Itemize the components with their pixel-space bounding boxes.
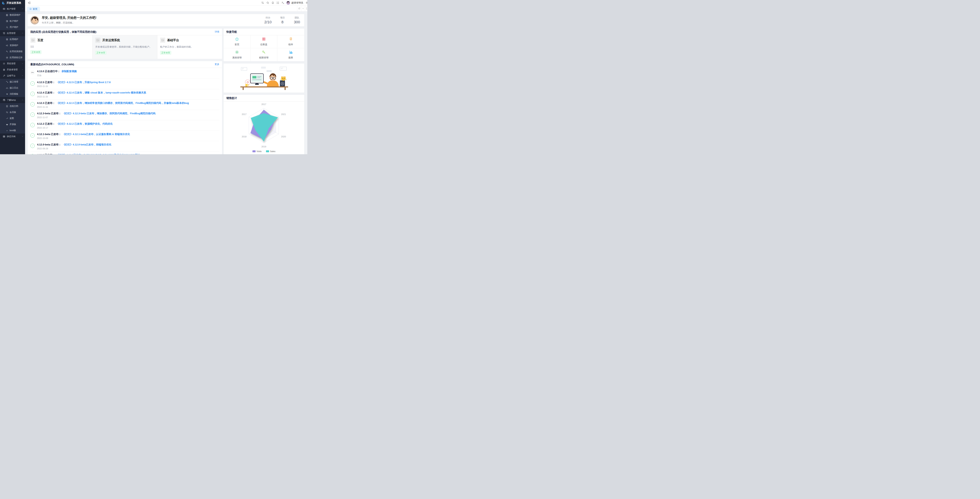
chart-bar-icon	[289, 50, 293, 55]
app-description: 111	[30, 45, 89, 48]
refresh-icon[interactable]	[297, 6, 301, 11]
news-more-link[interactable]: 更多	[215, 63, 220, 66]
app-image-placeholder-icon	[30, 38, 35, 43]
app-card-devops[interactable]: 开发运营系统开发者或运营者使用，系统级功能，不能分配给租户。正常使用	[92, 35, 158, 59]
news-item: 4.12.2 已发布：《灯灯》4.12.2 已发布，资源维护优化、代码优化202…	[30, 120, 220, 131]
news-link[interactable]: 《灯灯》4.12.4 已发布，调整 cloud 版本，lamp-oauth-us…	[56, 91, 146, 94]
sidebar-item-ops-platform[interactable]: 运维平台	[0, 73, 25, 79]
my-apps-detail-link[interactable]: 详情	[215, 30, 220, 33]
sidebar-item-online-docs[interactable]: 在线文档	[0, 103, 25, 109]
chevron-down-icon[interactable]	[301, 6, 305, 11]
quick-nav-components[interactable]: 组件	[277, 35, 304, 48]
sidebar-item-message-templates[interactable]: M消息模板	[0, 91, 25, 97]
news-date: 2022-10-17	[37, 127, 113, 129]
sidebar-item-about-lamp[interactable]: 了解lamp	[0, 97, 25, 103]
news-link[interactable]: 《灯灯》4.12.3-beta 已发布，增加缓存、按阿里代码规范、FindBug…	[62, 112, 156, 115]
sidebar-item-api-logs[interactable]: 接口日志	[0, 85, 25, 91]
chev-up-icon	[22, 99, 24, 101]
translate-icon[interactable]: 文A	[281, 1, 285, 5]
fullscreen-icon	[277, 2, 279, 4]
page-content: 早安, 超级管理员, 开始您一天的工作吧! 今天不上班，爽翻，巴适得板。 待办2…	[25, 11, 307, 154]
quick-nav-header: 快捷导航	[224, 29, 304, 35]
gitlab-icon	[6, 123, 8, 126]
user-avatar[interactable]	[286, 1, 290, 5]
sidebar-item-datasource-maintenance[interactable]: 数据源维护	[0, 12, 25, 18]
sidebar-item-api-management[interactable]: 接口管理	[0, 79, 25, 85]
chevron-up-icon	[22, 75, 24, 77]
news-link[interactable]: 《灯灯》4.12.2 已发布，资源维护优化、代码优化	[56, 122, 113, 125]
sidebar-item-opensource-edition[interactable]: 开源版	[0, 121, 25, 127]
sidebar-group-about-lamp: 了解lamp在线文档会员版蓝图开源版eboot版	[0, 97, 25, 133]
home-icon	[29, 8, 32, 10]
settings-icon[interactable]	[305, 1, 307, 5]
check-circle-icon	[30, 92, 35, 96]
sidebar-item-label: 系统管理	[7, 62, 16, 65]
chev-up-icon	[22, 8, 24, 10]
app-logo[interactable]: 开发运营系统	[0, 0, 25, 6]
news-date: 尽快	[37, 74, 77, 77]
sidebar-item-tenant-management[interactable]: 租户管理	[0, 6, 25, 12]
greeting-avatar-image	[30, 16, 39, 24]
app-card-base-platform[interactable]: 基础平台租户的工作台，最基础的功能。正常使用	[158, 35, 222, 59]
news-item: 4.11.0 已发布：《灯灯》4.11.0已发布，DATASOURCE_COLU…	[30, 151, 220, 154]
sidebar-item-tenant-maintenance[interactable]: 租户维护	[0, 18, 25, 24]
status-badge: 正常使用	[30, 50, 41, 54]
picture-icon	[161, 39, 164, 42]
sidebar-item-application-management[interactable]: 应用管理	[0, 30, 25, 36]
svg-text:M: M	[6, 93, 8, 95]
expand-icon[interactable]	[305, 6, 307, 11]
news-link[interactable]: 《灯灯》4.11.0已发布，DATASOURCE_COLUMN模式中的COLUM…	[56, 153, 140, 154]
sidebar-item-label: 开发者管理	[7, 68, 18, 71]
tab-home[interactable]: 首页	[27, 7, 40, 11]
sidebar-item-resource-maintenance[interactable]: 资源维护	[0, 42, 25, 48]
news-item: 0%4.13.0 正在进行中：录制配套视频尽快	[30, 68, 220, 79]
username-label[interactable]: 超级管理员	[291, 1, 303, 5]
sidebar-group-static-examples: 静态示例	[0, 133, 25, 140]
sidebar-item-user-maintenance[interactable]: 用户维护	[0, 24, 25, 30]
legend-item-sales[interactable]: Sales	[266, 150, 275, 153]
collapse-sidebar-icon[interactable]	[27, 1, 32, 5]
fullscreen-icon[interactable]	[275, 1, 280, 5]
chevron-up-icon	[22, 32, 24, 35]
greeting-text: 早安, 超级管理员, 开始您一天的工作吧! 今天不上班，爽翻，巴适得板。	[42, 16, 96, 24]
quick-nav-permission[interactable]: 权限管理	[250, 48, 277, 61]
bell-icon[interactable]	[270, 1, 275, 5]
sidebar-item-boot-edition[interactable]: eboot版	[0, 127, 25, 133]
chart-legend: VisitsSales	[224, 150, 304, 153]
sidebar-item-app-maintenance[interactable]: 应用维护	[0, 36, 25, 42]
news-link[interactable]: 《灯灯》4.12.1-beta已发布，认证服务重构 & 前端项目优化	[62, 133, 130, 136]
quick-nav-dashboard[interactable]: 仪表盘	[250, 35, 277, 48]
chevron-up-icon	[22, 99, 24, 101]
news-link[interactable]: 《灯灯》4.12.5 已发布，升级Spring Boot 2.7.6	[56, 81, 111, 84]
layers-icon	[289, 37, 293, 41]
quick-nav-charts[interactable]: 图表	[277, 48, 304, 61]
sidebar-item-label: 租户管理	[7, 8, 16, 10]
news-version: 4.11.0 已发布：	[37, 153, 55, 154]
sidebar-item-label: 用户维护	[10, 26, 18, 29]
legend-swatch	[253, 150, 256, 152]
app-card-baidu[interactable]: 百度111正常使用	[28, 35, 92, 59]
sidebar-item-app-grant-records[interactable]: 应用授权记录	[0, 54, 25, 60]
sidebar-item-member-edition[interactable]: 会员版	[0, 109, 25, 115]
svg-text:e: e	[7, 130, 8, 131]
search-icon[interactable]	[266, 1, 270, 5]
sidebar-item-system-management[interactable]: 系统管理	[0, 60, 25, 67]
sidebar-item-developer-management[interactable]: 开发者管理	[0, 67, 25, 73]
collapse-icon	[28, 2, 31, 4]
sidebar-item-label: boot版	[10, 129, 16, 132]
sidebar-item-static-examples[interactable]: 静态示例	[0, 133, 25, 140]
news-link[interactable]: 录制配套视频	[62, 70, 77, 73]
sidebar-item-label: 应用授权记录	[10, 56, 22, 59]
quick-nav-system[interactable]: 系统管理	[224, 48, 250, 61]
sidebar-item-blueprint[interactable]: 蓝图	[0, 115, 25, 121]
sidebar: 开发运营系统 租户管理数据源维护租户维护用户维护应用管理应用维护资源维护应用资源…	[0, 0, 25, 154]
news-link[interactable]: 《灯灯》4.12.0-beta已发布，前端项目优化	[62, 143, 111, 146]
legend-item-visits[interactable]: Visits	[253, 150, 262, 153]
news-link[interactable]: 《灯灯》4.12.3 已发布，增加经常使用接口的缓存、按阿里代码规范、FindB…	[56, 102, 189, 105]
user-avatar-image	[286, 1, 290, 5]
sidebar-item-app-resource-grant[interactable]: 应用资源授权	[0, 48, 25, 54]
swap-icon[interactable]	[260, 1, 265, 5]
trend-icon	[6, 117, 8, 119]
letter-m-icon: M	[6, 93, 8, 95]
quick-nav-home[interactable]: 首页	[224, 35, 250, 48]
